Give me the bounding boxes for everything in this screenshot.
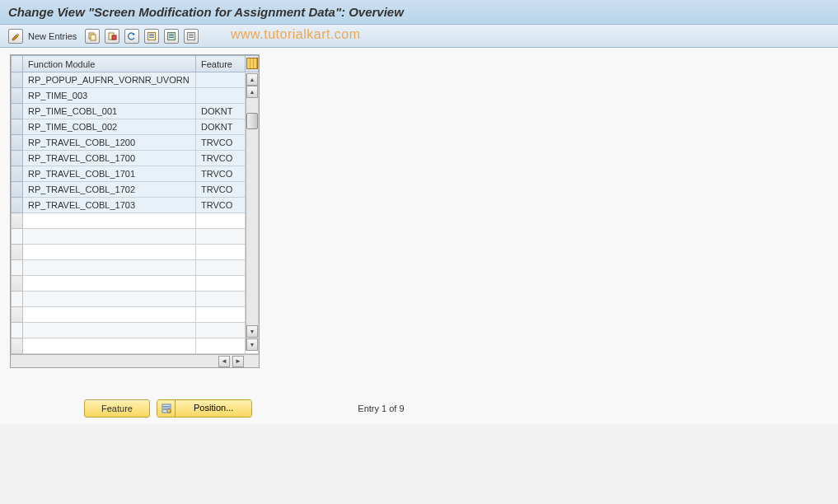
cell-function-module[interactable] <box>23 276 196 292</box>
cell-feature[interactable] <box>196 88 246 104</box>
cell-function-module[interactable]: RP_TRAVEL_COBL_1200 <box>23 135 196 151</box>
table-row[interactable] <box>12 292 259 307</box>
table-row[interactable]: RP_TIME_COBL_001DOKNT <box>12 104 259 119</box>
cell-function-module[interactable]: RP_TRAVEL_COBL_1703 <box>23 198 196 213</box>
deselect-all-icon[interactable] <box>184 29 199 44</box>
cell-function-module[interactable]: RP_POPUP_AUFNR_VORNR_UVORN <box>23 72 196 88</box>
cell-feature[interactable] <box>196 292 246 307</box>
row-selector[interactable] <box>12 135 23 151</box>
copy-as-icon[interactable] <box>85 29 100 44</box>
cell-function-module[interactable]: RP_TIME_003 <box>23 88 196 104</box>
header-select[interactable] <box>12 56 23 72</box>
table-row[interactable] <box>12 323 259 338</box>
row-selector[interactable] <box>12 182 23 198</box>
cell-function-module[interactable]: RP_TRAVEL_COBL_1701 <box>23 166 196 182</box>
table-row[interactable]: RP_TRAVEL_COBL_1701TRVCO <box>12 166 259 182</box>
scroll-right-icon[interactable]: ► <box>232 356 244 367</box>
cell-feature[interactable]: TRVCO <box>196 166 246 182</box>
cell-feature[interactable] <box>196 260 246 276</box>
row-selector[interactable] <box>12 260 23 276</box>
row-selector[interactable] <box>12 323 23 338</box>
cell-function-module[interactable]: RP_TIME_COBL_002 <box>23 119 196 135</box>
table-row[interactable]: RP_TRAVEL_COBL_1702TRVCO <box>12 182 259 198</box>
cell-feature[interactable] <box>196 323 246 338</box>
page-title: Change View "Screen Modification for Ass… <box>8 5 404 19</box>
row-selector[interactable] <box>12 151 23 166</box>
cell-feature[interactable] <box>196 72 246 88</box>
table-row[interactable] <box>12 229 259 245</box>
new-entries-button[interactable]: New Entries <box>28 31 77 41</box>
cell-feature[interactable]: TRVCO <box>196 198 246 213</box>
cell-function-module[interactable] <box>23 323 196 338</box>
cell-function-module[interactable] <box>23 245 196 260</box>
table-row[interactable]: RP_TIME_003 <box>12 88 259 104</box>
row-selector[interactable] <box>12 198 23 213</box>
table-row[interactable] <box>12 213 259 229</box>
row-selector[interactable] <box>12 166 23 182</box>
horizontal-scrollbar: ◄ ► <box>11 354 259 367</box>
cell-feature[interactable] <box>196 276 246 292</box>
header-function-module[interactable]: Function Module <box>23 56 196 72</box>
feature-button[interactable]: Feature <box>84 399 150 418</box>
row-selector[interactable] <box>12 88 23 104</box>
cell-function-module[interactable]: RP_TIME_COBL_001 <box>23 104 196 119</box>
toggle-display-change-icon[interactable] <box>8 29 23 44</box>
row-selector[interactable] <box>12 213 23 229</box>
cell-feature[interactable]: TRVCO <box>196 151 246 166</box>
select-all-icon[interactable] <box>144 29 159 44</box>
row-selector[interactable] <box>12 276 23 292</box>
cell-feature[interactable] <box>196 338 246 354</box>
row-selector[interactable] <box>12 245 23 260</box>
table-row[interactable] <box>12 307 259 323</box>
svg-rect-7 <box>149 37 154 38</box>
table-row[interactable] <box>12 245 259 260</box>
cell-function-module[interactable]: RP_TRAVEL_COBL_1700 <box>23 151 196 166</box>
cell-feature[interactable]: DOKNT <box>196 104 246 119</box>
cell-feature[interactable] <box>196 245 246 260</box>
cell-feature[interactable] <box>196 307 246 323</box>
row-selector[interactable] <box>12 338 23 354</box>
undo-change-icon[interactable] <box>124 29 139 44</box>
cell-feature[interactable] <box>196 213 246 229</box>
position-button[interactable]: Position... <box>157 399 252 418</box>
cell-function-module[interactable] <box>23 338 196 354</box>
scroll-up2-icon[interactable]: ▲ <box>246 86 258 98</box>
table-row[interactable]: RP_TRAVEL_COBL_1200TRVCO <box>12 135 259 151</box>
cell-function-module[interactable]: RP_TRAVEL_COBL_1702 <box>23 182 196 198</box>
table-row[interactable] <box>12 276 259 292</box>
select-block-icon[interactable] <box>164 29 179 44</box>
row-selector[interactable] <box>12 119 23 135</box>
table-row[interactable]: RP_TIME_COBL_002DOKNT <box>12 119 259 135</box>
header-feature[interactable]: Feature <box>196 56 246 72</box>
table-config-button[interactable] <box>246 56 259 72</box>
cell-function-module[interactable] <box>23 229 196 245</box>
scroll-thumb[interactable] <box>246 113 258 129</box>
svg-rect-14 <box>189 35 194 36</box>
table-row[interactable]: RP_TRAVEL_COBL_1700TRVCO <box>12 151 259 166</box>
table-row[interactable] <box>12 260 259 276</box>
table-row[interactable]: RP_TRAVEL_COBL_1703TRVCO <box>12 198 259 213</box>
row-selector[interactable] <box>12 104 23 119</box>
scroll-down2-icon[interactable]: ▼ <box>246 338 258 351</box>
cell-feature[interactable]: DOKNT <box>196 119 246 135</box>
vertical-scrollbar: ▲ ▲ ▼ ▼ <box>246 73 258 351</box>
table-row[interactable] <box>12 338 259 354</box>
cell-function-module[interactable] <box>23 292 196 307</box>
footer-bar: Feature Position... Entry 1 of 9 <box>10 399 828 418</box>
scroll-left-icon[interactable]: ◄ <box>218 356 230 367</box>
cell-function-module[interactable] <box>23 213 196 229</box>
cell-feature[interactable]: TRVCO <box>196 135 246 151</box>
row-selector[interactable] <box>12 72 23 88</box>
cell-feature[interactable]: TRVCO <box>196 182 246 198</box>
row-selector[interactable] <box>12 229 23 245</box>
row-selector[interactable] <box>12 307 23 323</box>
scroll-up-icon[interactable]: ▲ <box>246 73 258 86</box>
cell-function-module[interactable] <box>23 260 196 276</box>
table-row[interactable]: RP_POPUP_AUFNR_VORNR_UVORN <box>12 72 259 88</box>
delete-icon[interactable] <box>105 29 119 44</box>
table-container: Function Module Feature RP_POPUP_AUFNR_V… <box>10 54 260 368</box>
row-selector[interactable] <box>12 292 23 307</box>
cell-function-module[interactable] <box>23 307 196 323</box>
cell-feature[interactable] <box>196 229 246 245</box>
scroll-down-icon[interactable]: ▼ <box>246 325 258 338</box>
